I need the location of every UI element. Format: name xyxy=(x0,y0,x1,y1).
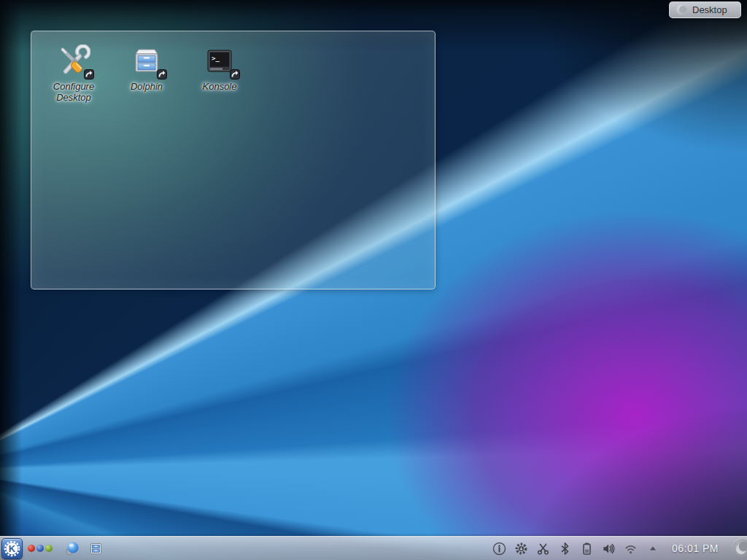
bluetooth-tray-button[interactable] xyxy=(558,542,572,556)
volume-icon xyxy=(602,542,616,556)
desktop-icon-configure-desktop[interactable]: Configure Desktop xyxy=(42,44,106,103)
bluetooth-icon xyxy=(558,542,572,556)
app-launcher-button[interactable]: K xyxy=(1,538,23,559)
battery-tray-button[interactable] xyxy=(580,542,594,556)
expand-tray-button[interactable] xyxy=(646,542,659,556)
kde-menu-icon: K xyxy=(4,540,20,557)
svg-text:>_: >_ xyxy=(212,55,220,62)
volume-tray-button[interactable] xyxy=(602,542,616,556)
globe-gear-icon xyxy=(65,541,80,556)
panel-cashew-button[interactable] xyxy=(732,538,747,559)
shortcut-arrow-badge xyxy=(157,69,167,79)
panel-cashew-icon xyxy=(732,538,747,559)
desktop-icon-label: Configure Desktop xyxy=(42,82,106,103)
desktop-icon-konsole[interactable]: >_ Konsole xyxy=(187,44,252,103)
quicklaunch-filemanager-button[interactable] xyxy=(89,542,103,556)
activity-dot-blue-icon xyxy=(36,545,44,552)
battery-icon xyxy=(580,542,594,556)
kde-desktop: Desktop xyxy=(0,0,747,560)
clipboard-scissors-icon xyxy=(536,542,550,556)
desktop-toolbox-button[interactable]: Desktop xyxy=(669,1,741,18)
toolbox-label: Desktop xyxy=(692,4,727,15)
desktop-icon-dolphin[interactable]: Dolphin xyxy=(115,44,179,103)
network-tray-button[interactable] xyxy=(624,542,638,556)
desktop-icon-label: Dolphin xyxy=(131,82,163,93)
activity-dot-green-icon xyxy=(45,545,53,552)
clipboard-tray-button[interactable] xyxy=(536,542,550,556)
notifications-icon xyxy=(492,542,506,556)
taskbar-panel: K xyxy=(0,536,747,560)
svg-text:K: K xyxy=(9,543,16,554)
network-wifi-icon xyxy=(624,542,638,556)
activity-dot-red-icon xyxy=(28,545,35,552)
updates-tray-button[interactable] xyxy=(514,542,528,556)
shortcut-arrow-badge xyxy=(230,69,240,79)
system-tray: 06:01 PM xyxy=(492,538,747,559)
toolbox-cashew-icon xyxy=(676,4,687,15)
expand-tray-icon xyxy=(648,543,658,553)
clock[interactable]: 06:01 PM xyxy=(672,542,719,554)
file-manager-icon xyxy=(89,542,103,556)
shortcut-arrow-badge xyxy=(84,69,94,79)
notifications-tray-button[interactable] xyxy=(492,542,506,556)
quicklaunch-browser-button[interactable] xyxy=(65,541,80,556)
folder-view-items: Configure Desktop xyxy=(31,31,435,103)
folder-view-widget: Configure Desktop xyxy=(31,31,436,289)
activity-manager-button[interactable] xyxy=(28,545,53,552)
desktop-icon-label: Konsole xyxy=(203,82,237,93)
updates-gear-icon xyxy=(514,542,528,556)
